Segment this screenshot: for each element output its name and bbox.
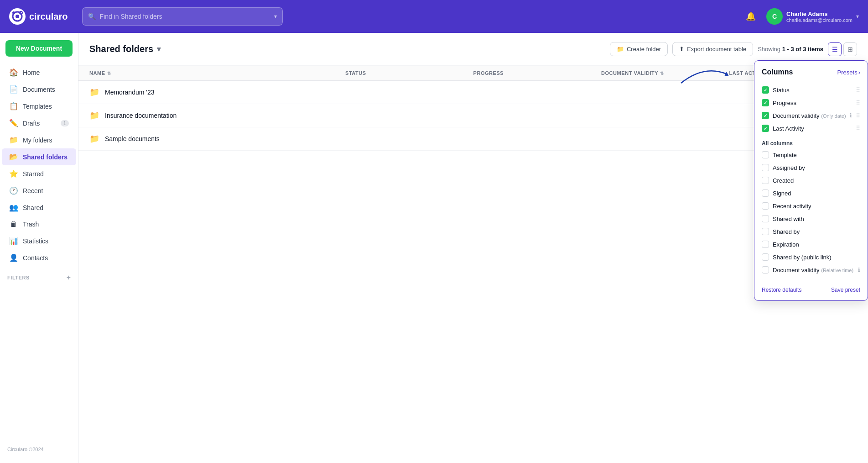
table-row[interactable]: 📁 Sample documents — [78, 127, 868, 151]
checkbox-template[interactable] — [762, 151, 769, 158]
checkbox-status[interactable] — [762, 86, 769, 94]
column-label-created: Created — [773, 177, 860, 184]
row-name-text: Insurance documentation — [105, 112, 177, 119]
column-item-shared-by-public[interactable]: Shared by (public link) — [762, 251, 860, 263]
sidebar-item-label: Templates — [23, 103, 52, 110]
info-icon-doc-validity-rel: ℹ — [858, 267, 860, 273]
save-preset-button[interactable]: Save preset — [831, 287, 860, 293]
column-label-doc-validity: Document validity (Only date) — [773, 112, 846, 119]
notification-button[interactable]: 🔔 — [743, 8, 759, 25]
column-label-status: Status — [773, 87, 852, 94]
trash-icon: 🗑 — [9, 220, 18, 228]
sidebar-item-trash[interactable]: 🗑 Trash — [2, 216, 76, 232]
row-name: 📁 Insurance documentation — [89, 110, 345, 121]
sidebar-item-starred[interactable]: ⭐ Starred — [2, 165, 76, 182]
drag-handle-status[interactable]: ⠿ — [856, 86, 860, 94]
create-folder-button[interactable]: 📁 Create folder — [610, 42, 668, 56]
drag-handle-last-activity[interactable]: ⠿ — [856, 125, 860, 132]
column-item-progress[interactable]: Progress ⠿ — [762, 96, 860, 109]
sidebar-item-recent[interactable]: 🕐 Recent — [2, 182, 76, 199]
sidebar-item-my-folders[interactable]: 📁 My folders — [2, 132, 76, 148]
checkbox-progress[interactable] — [762, 99, 769, 106]
search-bar[interactable]: 🔍 ▾ — [82, 7, 283, 26]
table-header: NAME ⇅ STATUS PROGRESS DOCUMENT VALIDITY… — [78, 66, 868, 81]
column-item-created[interactable]: Created — [762, 174, 860, 187]
column-item-doc-validity[interactable]: Document validity (Only date) ℹ ⠿ — [762, 109, 860, 122]
sidebar-item-documents[interactable]: 📄 Documents — [2, 81, 76, 98]
export-label: Export document table — [687, 46, 746, 53]
drag-handle-doc-validity[interactable]: ⠿ — [856, 112, 860, 119]
sidebar-item-home[interactable]: 🏠 Home — [2, 64, 76, 81]
checkbox-signed[interactable] — [762, 189, 769, 197]
row-name: 📁 Memorandum '23 — [89, 87, 345, 97]
column-label-signed: Signed — [773, 190, 860, 197]
logo-text: circularo — [29, 11, 68, 22]
folder-row-icon: 📁 — [89, 110, 99, 121]
checkbox-assigned-by[interactable] — [762, 164, 769, 171]
row-name-text: Sample documents — [105, 135, 160, 142]
sidebar-item-label: Drafts — [23, 120, 40, 127]
checkbox-doc-validity-rel[interactable] — [762, 266, 769, 274]
sidebar-item-shared-folders[interactable]: 📂 Shared folders — [2, 148, 76, 165]
column-item-assigned-by[interactable]: Assigned by — [762, 161, 860, 174]
sidebar-item-shared[interactable]: 👥 Shared — [2, 199, 76, 216]
checkbox-created[interactable] — [762, 177, 769, 184]
items-count: Showing 1 - 3 of 3 items — [758, 46, 823, 53]
grid-view-button[interactable]: ⊞ — [843, 42, 857, 56]
name-sort-icon[interactable]: ⇅ — [107, 71, 111, 76]
checkbox-recent-activity[interactable] — [762, 202, 769, 210]
sidebar-item-drafts[interactable]: ✏️ Drafts 1 — [2, 115, 76, 132]
recent-icon: 🕐 — [9, 186, 18, 195]
search-input[interactable] — [99, 13, 270, 20]
sidebar-item-label: Documents — [23, 86, 55, 93]
user-name: Charlie Adams — [786, 11, 852, 17]
main-layout: New Document 🏠 Home 📄 Documents 📋 Templa… — [0, 33, 868, 463]
user-menu[interactable]: C Charlie Adams charlie.adams@circularo.… — [766, 8, 859, 25]
sidebar-item-statistics[interactable]: 📊 Statistics — [2, 232, 76, 249]
table-row[interactable]: 📁 Memorandum '23 — [78, 81, 868, 104]
table-row[interactable]: 📁 Insurance documentation — [78, 104, 868, 127]
checkbox-shared-with[interactable] — [762, 215, 769, 222]
column-item-last-activity[interactable]: Last Activity ⠿ — [762, 122, 860, 135]
doc-validity-sort-icon[interactable]: ⇅ — [660, 71, 664, 76]
column-item-status[interactable]: Status ⠿ — [762, 84, 860, 96]
drag-handle-progress[interactable]: ⠿ — [856, 99, 860, 106]
add-filter-button[interactable]: + — [67, 274, 71, 282]
home-icon: 🏠 — [9, 68, 18, 77]
sidebar-item-templates[interactable]: 📋 Templates — [2, 98, 76, 115]
checkbox-shared-by-public[interactable] — [762, 253, 769, 261]
checkbox-last-activity[interactable] — [762, 125, 769, 132]
column-item-shared-with[interactable]: Shared with — [762, 212, 860, 225]
column-item-expiration[interactable]: Expiration — [762, 238, 860, 251]
logo[interactable]: circularo — [9, 8, 68, 25]
checkbox-doc-validity[interactable] — [762, 112, 769, 119]
folder-row-icon: 📁 — [89, 134, 99, 144]
th-progress: PROGRESS — [473, 70, 602, 76]
checkbox-expiration[interactable] — [762, 241, 769, 248]
restore-defaults-button[interactable]: Restore defaults — [762, 287, 801, 293]
shared-folders-icon: 📂 — [9, 153, 18, 161]
new-document-button[interactable]: New Document — [5, 40, 73, 57]
search-icon: 🔍 — [88, 13, 96, 20]
sidebar-item-label: Shared — [23, 204, 43, 211]
column-item-doc-validity-rel[interactable]: Document validity (Relative time) ℹ — [762, 263, 860, 276]
folder-row-icon: 📁 — [89, 87, 99, 97]
filters-label: FILTERS — [7, 275, 30, 280]
column-label-last-activity: Last Activity — [773, 125, 852, 132]
column-label-doc-validity-rel: Document validity (Relative time) — [773, 267, 854, 274]
export-button[interactable]: ⬆ Export document table — [672, 42, 753, 56]
column-item-recent-activity[interactable]: Recent activity — [762, 200, 860, 212]
column-item-signed[interactable]: Signed — [762, 187, 860, 200]
sidebar-item-label: Starred — [23, 170, 44, 178]
checkbox-shared-by[interactable] — [762, 228, 769, 235]
export-icon: ⬆ — [679, 46, 684, 53]
column-item-shared-by[interactable]: Shared by — [762, 225, 860, 238]
th-doc-validity: DOCUMENT VALIDITY ⇅ — [601, 70, 729, 76]
user-chevron-icon: ▾ — [856, 13, 859, 20]
sidebar-item-contacts[interactable]: 👤 Contacts — [2, 249, 76, 266]
list-view-button[interactable]: ☰ — [828, 42, 842, 56]
column-item-template[interactable]: Template — [762, 148, 860, 161]
presets-link[interactable]: Presets › — [837, 69, 860, 76]
folder-title-chevron-icon[interactable]: ▾ — [157, 45, 161, 53]
content-header: Shared folders ▾ 📁 Create folder ⬆ Expor… — [78, 33, 868, 66]
